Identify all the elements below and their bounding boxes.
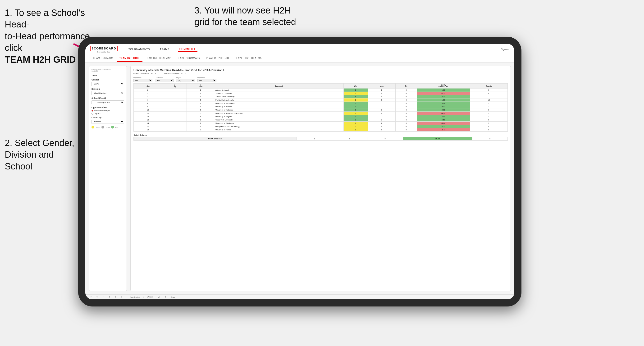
step2-line3: School (5, 162, 32, 171)
sub-nav: TEAM SUMMARY TEAM H2H GRID TEAM H2H HEAT… (85, 55, 514, 62)
step3-line2: grid for the team selected (194, 17, 296, 27)
opponents-select[interactable]: (All) (134, 79, 152, 82)
table-header-row: #Rank #Reg #Conf Opponent Win Loss Tie D… (134, 84, 508, 89)
col-rounds: Rounds (470, 84, 508, 89)
table-row: 9 3 University of Arizona 1 0 0 9.00 2 (134, 105, 508, 108)
tablet-device: SCOREBOARD Powered by clippi TOURNAMENTS… (78, 37, 522, 307)
toolbar-redo[interactable]: ↪ (95, 296, 99, 298)
radio-dot-played (92, 110, 94, 112)
table-row: 12 3 University of Virginia 1 0 0 2.33 3 (134, 115, 508, 118)
colour-by-label: Colour by (92, 116, 124, 119)
timestamp-date: Last Updated: 27/03/2024 (92, 69, 124, 70)
overall-record: Overall Record: 89 - 17 - 0 (134, 73, 156, 75)
region-select[interactable]: (All) (176, 79, 195, 82)
table-row: 11 6 University of Arkansas, Fayettevill… (134, 112, 508, 115)
grid-title: University of North Carolina Head-to-Hea… (134, 69, 508, 72)
conference-label: Conference (155, 77, 174, 78)
step2-line1: 2. Select Gender, (5, 138, 74, 148)
toolbar-copy[interactable]: ⊞ (107, 296, 112, 298)
table-row: 16 3 University of Florida 1 1 0 -6.42 9 (134, 128, 508, 132)
colour-legend: Down Level Up (92, 126, 124, 129)
legend-down-label: Down (96, 126, 100, 128)
nav-bar: SCOREBOARD Powered by clippi TOURNAMENTS… (85, 44, 514, 55)
annotation-step3: 3. You will now see H2H grid for the tea… (194, 5, 296, 28)
radio-opponents-played[interactable]: Opponents Played (92, 110, 124, 112)
sign-out[interactable]: Sign out (501, 48, 510, 51)
team-label: Team (92, 74, 124, 77)
opponent-select[interactable]: (All) (198, 79, 216, 82)
toolbar-view[interactable]: View: Original (128, 296, 141, 298)
tab-player-h2h-heatmap[interactable]: PLAYER H2H HEATMAP (232, 55, 266, 62)
tab-team-summary[interactable]: TEAM SUMMARY (90, 55, 116, 62)
toolbar-undo[interactable]: ↩ (89, 296, 93, 298)
col-conf: #Conf (187, 84, 214, 89)
division-select[interactable]: NCAA Division I (92, 91, 124, 95)
toolbar-sep2: | (143, 296, 144, 298)
annotation-step2: 2. Select Gender, Division and School (5, 137, 74, 172)
step3-line1: 3. You will now see H2H (194, 5, 291, 15)
toolbar-add[interactable]: ⊕ (114, 296, 118, 298)
opponents-label: Opponents: (134, 77, 152, 78)
tab-team-h2h-heatmap[interactable]: TEAM H2H HEATMAP (142, 55, 174, 62)
opponent-view-label: Opponent View (92, 106, 124, 109)
table-row: 2 1 Auburn University 2 1 0 1.67 9 (134, 89, 508, 92)
logo-sub: Powered by clippi (98, 51, 110, 53)
tab-player-h2h-grid[interactable]: PLAYER H2H GRID (203, 55, 232, 62)
col-opponent: Opponent (214, 84, 344, 89)
table-row: 13 1 Texas Tech University 3 0 0 5.56 9 (134, 118, 508, 122)
nav-teams[interactable]: TEAMS (158, 47, 171, 52)
bottom-toolbar: ↩ ↪ ↩ ⊞ ⊕ ⊙ | View: Original | Watch ▾ 💬… (85, 294, 514, 299)
radio-top100[interactable]: Top 100 (92, 112, 124, 115)
step1-line2: to-Head performance click (5, 31, 90, 53)
table-row: 14 2 University of Oklahoma 1 2 0 -1.00 … (134, 122, 508, 125)
out-div-label: Out of division (134, 134, 508, 136)
nav-committee[interactable]: COMMITTEE (178, 47, 198, 52)
toolbar-back[interactable]: ↩ (101, 296, 106, 298)
radio-dot-top100 (92, 113, 94, 115)
toolbar-share[interactable]: Share (170, 296, 177, 298)
region-label: Region (176, 77, 195, 78)
division-label: Division (92, 88, 124, 90)
table-row: 6 2 Florida State University 1 2 0 1.83 … (134, 98, 508, 102)
timestamp: Last Updated: 27/03/2024 16:55:38 (92, 69, 124, 72)
step1-line3: TEAM H2H GRID (5, 55, 76, 65)
nav-tournaments[interactable]: TOURNAMENTS (127, 47, 151, 52)
colour-by-select[interactable]: Win/loss (92, 120, 124, 124)
logo-text: SCOREBOARD (90, 46, 118, 51)
h2h-table: #Rank #Reg #Conf Opponent Win Loss Tie D… (134, 83, 508, 132)
main-content: Last Updated: 27/03/2024 16:55:38 Team G… (85, 62, 514, 294)
filter-conference: Conference (All) (155, 77, 174, 82)
school-label: School (Rank) (92, 97, 124, 99)
table-row: 15 4 Georgia Institute of Technology 0 1… (134, 125, 508, 128)
toolbar-watch[interactable]: Watch ▾ (146, 296, 154, 298)
opponent-label: Opponent (198, 77, 216, 78)
col-loss: Loss (368, 84, 395, 89)
table-row: 3 2 Vanderbilt University 0 4 0 -2.29 8 (134, 92, 508, 95)
timestamp-time: 16:55:38 (92, 70, 124, 72)
toolbar-grid[interactable]: ⊞ (163, 296, 168, 298)
legend-level-label: Level (106, 126, 110, 128)
step2-line2: Division and (5, 150, 54, 160)
out-div-row: NCAA Division II 1 0 0 26.00 3 (134, 137, 508, 141)
col-diff: Diff AvStrokes/Rnd (417, 84, 470, 89)
tab-team-h2h-grid[interactable]: TEAM H2H GRID (116, 55, 142, 62)
toolbar-clock[interactable]: ⊙ (120, 296, 124, 298)
opponent-view-radio: Opponents Played Top 100 (92, 110, 124, 115)
out-div-table: NCAA Division II 1 0 0 26.00 3 (134, 137, 508, 141)
school-select[interactable]: 1. University of Nort... (92, 100, 124, 104)
col-rank: #Rank (134, 84, 162, 89)
tab-player-summary[interactable]: PLAYER SUMMARY (174, 55, 203, 62)
toolbar-sep: | (126, 296, 126, 298)
legend-up (111, 126, 114, 129)
col-reg: #Reg (162, 84, 187, 89)
legend-level (102, 126, 104, 129)
toolbar-comment[interactable]: 💬 (156, 296, 162, 298)
legend-down (92, 126, 94, 129)
col-win: Win (344, 84, 368, 89)
conference-select[interactable]: (All) (155, 79, 174, 82)
gender-select[interactable]: Men's (92, 82, 124, 86)
filter-row: Opponents: (All) Conference (All) Region (134, 77, 508, 82)
division-record: Division Record: 88 - 17 - 0 (163, 73, 186, 75)
gender-label: Gender (92, 79, 124, 81)
filter-opponents: Opponents: (All) (134, 77, 152, 82)
